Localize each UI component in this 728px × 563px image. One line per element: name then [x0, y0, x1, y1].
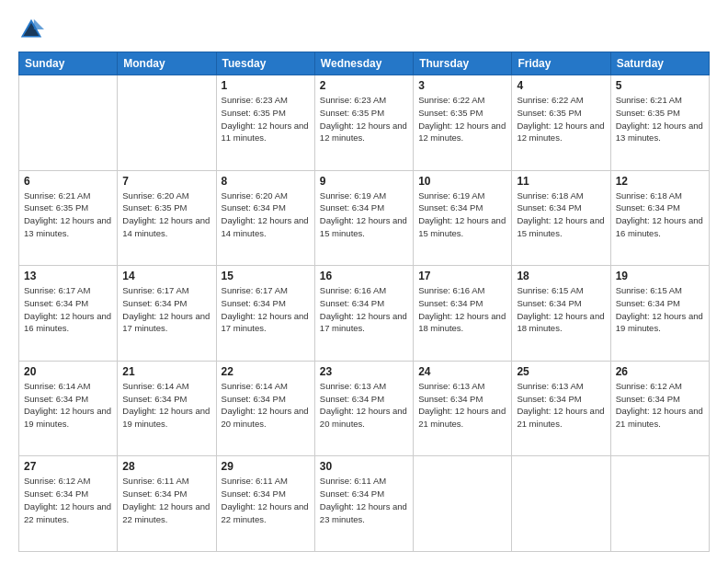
page: SundayMondayTuesdayWednesdayThursdayFrid… — [0, 0, 728, 563]
day-cell: 26Sunrise: 6:12 AM Sunset: 6:34 PM Dayli… — [610, 361, 709, 456]
day-number: 29 — [222, 460, 310, 473]
day-info: Sunrise: 6:11 AM Sunset: 6:34 PM Dayligh… — [320, 475, 408, 525]
day-info: Sunrise: 6:23 AM Sunset: 6:35 PM Dayligh… — [320, 94, 408, 144]
day-cell: 20Sunrise: 6:14 AM Sunset: 6:34 PM Dayli… — [19, 361, 118, 456]
week-row-5: 27Sunrise: 6:12 AM Sunset: 6:34 PM Dayli… — [19, 456, 710, 552]
day-info: Sunrise: 6:17 AM Sunset: 6:34 PM Dayligh… — [122, 284, 210, 335]
week-row-3: 13Sunrise: 6:17 AM Sunset: 6:34 PM Dayli… — [19, 266, 710, 362]
day-cell: 27Sunrise: 6:12 AM Sunset: 6:34 PM Dayli… — [19, 456, 118, 552]
day-number: 18 — [517, 270, 605, 282]
day-number: 30 — [320, 460, 408, 473]
day-cell: 22Sunrise: 6:14 AM Sunset: 6:34 PM Dayli… — [216, 361, 314, 456]
day-cell: 5Sunrise: 6:21 AM Sunset: 6:35 PM Daylig… — [610, 75, 709, 171]
day-number: 16 — [320, 270, 408, 282]
logo-icon — [18, 17, 44, 42]
day-info: Sunrise: 6:16 AM Sunset: 6:34 PM Dayligh… — [418, 284, 506, 335]
logo — [18, 17, 48, 42]
day-cell: 17Sunrise: 6:16 AM Sunset: 6:34 PM Dayli… — [414, 266, 512, 362]
day-number: 13 — [24, 270, 112, 282]
weekday-header-row: SundayMondayTuesdayWednesdayThursdayFrid… — [19, 52, 710, 75]
day-info: Sunrise: 6:17 AM Sunset: 6:34 PM Dayligh… — [222, 284, 310, 335]
svg-marker-2 — [34, 19, 44, 29]
day-cell: 2Sunrise: 6:23 AM Sunset: 6:35 PM Daylig… — [314, 75, 413, 171]
day-cell: 14Sunrise: 6:17 AM Sunset: 6:34 PM Dayli… — [118, 266, 216, 362]
day-cell — [118, 75, 216, 171]
day-info: Sunrise: 6:11 AM Sunset: 6:34 PM Dayligh… — [222, 475, 310, 525]
day-number: 8 — [222, 175, 310, 188]
weekday-friday: Friday — [512, 52, 610, 75]
day-cell: 15Sunrise: 6:17 AM Sunset: 6:34 PM Dayli… — [216, 266, 314, 362]
day-number: 14 — [122, 270, 210, 282]
day-number: 10 — [418, 175, 506, 188]
day-info: Sunrise: 6:18 AM Sunset: 6:34 PM Dayligh… — [517, 190, 605, 240]
day-info: Sunrise: 6:20 AM Sunset: 6:34 PM Dayligh… — [222, 190, 310, 240]
day-info: Sunrise: 6:14 AM Sunset: 6:34 PM Dayligh… — [122, 380, 210, 431]
day-info: Sunrise: 6:13 AM Sunset: 6:34 PM Dayligh… — [418, 380, 506, 431]
day-number: 3 — [418, 79, 506, 92]
day-number: 1 — [222, 79, 310, 92]
day-info: Sunrise: 6:14 AM Sunset: 6:34 PM Dayligh… — [24, 380, 112, 431]
calendar-table: SundayMondayTuesdayWednesdayThursdayFrid… — [18, 52, 710, 552]
day-cell: 21Sunrise: 6:14 AM Sunset: 6:34 PM Dayli… — [118, 361, 216, 456]
day-cell: 7Sunrise: 6:20 AM Sunset: 6:35 PM Daylig… — [118, 170, 216, 266]
day-cell: 9Sunrise: 6:19 AM Sunset: 6:34 PM Daylig… — [314, 170, 413, 266]
day-cell: 10Sunrise: 6:19 AM Sunset: 6:34 PM Dayli… — [414, 170, 512, 266]
day-info: Sunrise: 6:22 AM Sunset: 6:35 PM Dayligh… — [517, 94, 605, 144]
day-cell: 6Sunrise: 6:21 AM Sunset: 6:35 PM Daylig… — [19, 170, 118, 266]
day-cell: 4Sunrise: 6:22 AM Sunset: 6:35 PM Daylig… — [512, 75, 610, 171]
day-info: Sunrise: 6:21 AM Sunset: 6:35 PM Dayligh… — [24, 190, 112, 240]
day-number: 28 — [122, 460, 210, 473]
weekday-monday: Monday — [118, 52, 216, 75]
day-number: 6 — [24, 175, 112, 188]
day-info: Sunrise: 6:19 AM Sunset: 6:34 PM Dayligh… — [320, 190, 408, 240]
day-cell: 24Sunrise: 6:13 AM Sunset: 6:34 PM Dayli… — [414, 361, 512, 456]
day-cell — [610, 456, 709, 552]
day-cell: 8Sunrise: 6:20 AM Sunset: 6:34 PM Daylig… — [216, 170, 314, 266]
day-number: 23 — [320, 365, 408, 378]
day-cell: 3Sunrise: 6:22 AM Sunset: 6:35 PM Daylig… — [414, 75, 512, 171]
day-cell: 13Sunrise: 6:17 AM Sunset: 6:34 PM Dayli… — [19, 266, 118, 362]
day-info: Sunrise: 6:23 AM Sunset: 6:35 PM Dayligh… — [222, 94, 310, 144]
day-info: Sunrise: 6:12 AM Sunset: 6:34 PM Dayligh… — [616, 380, 704, 431]
week-row-2: 6Sunrise: 6:21 AM Sunset: 6:35 PM Daylig… — [19, 170, 710, 266]
day-info: Sunrise: 6:14 AM Sunset: 6:34 PM Dayligh… — [222, 380, 310, 431]
day-number: 2 — [320, 79, 408, 92]
day-cell — [19, 75, 118, 171]
day-info: Sunrise: 6:15 AM Sunset: 6:34 PM Dayligh… — [517, 284, 605, 335]
day-cell: 19Sunrise: 6:15 AM Sunset: 6:34 PM Dayli… — [610, 266, 709, 362]
day-cell — [414, 456, 512, 552]
day-cell: 1Sunrise: 6:23 AM Sunset: 6:35 PM Daylig… — [216, 75, 314, 171]
day-info: Sunrise: 6:12 AM Sunset: 6:34 PM Dayligh… — [24, 475, 112, 525]
day-info: Sunrise: 6:16 AM Sunset: 6:34 PM Dayligh… — [320, 284, 408, 335]
day-number: 4 — [517, 79, 605, 92]
day-info: Sunrise: 6:11 AM Sunset: 6:34 PM Dayligh… — [122, 475, 210, 525]
day-number: 12 — [616, 175, 704, 188]
day-number: 25 — [517, 365, 605, 378]
day-number: 26 — [616, 365, 704, 378]
day-info: Sunrise: 6:17 AM Sunset: 6:34 PM Dayligh… — [24, 284, 112, 335]
day-number: 7 — [122, 175, 210, 188]
day-info: Sunrise: 6:13 AM Sunset: 6:34 PM Dayligh… — [517, 380, 605, 431]
day-number: 11 — [517, 175, 605, 188]
day-cell: 29Sunrise: 6:11 AM Sunset: 6:34 PM Dayli… — [216, 456, 314, 552]
weekday-sunday: Sunday — [19, 52, 118, 75]
day-cell: 12Sunrise: 6:18 AM Sunset: 6:34 PM Dayli… — [610, 170, 709, 266]
week-row-1: 1Sunrise: 6:23 AM Sunset: 6:35 PM Daylig… — [19, 75, 710, 171]
day-cell — [512, 456, 610, 552]
weekday-saturday: Saturday — [610, 52, 709, 75]
day-number: 22 — [222, 365, 310, 378]
day-cell: 18Sunrise: 6:15 AM Sunset: 6:34 PM Dayli… — [512, 266, 610, 362]
day-info: Sunrise: 6:18 AM Sunset: 6:34 PM Dayligh… — [616, 190, 704, 240]
week-row-4: 20Sunrise: 6:14 AM Sunset: 6:34 PM Dayli… — [19, 361, 710, 456]
day-cell: 28Sunrise: 6:11 AM Sunset: 6:34 PM Dayli… — [118, 456, 216, 552]
day-cell: 11Sunrise: 6:18 AM Sunset: 6:34 PM Dayli… — [512, 170, 610, 266]
day-info: Sunrise: 6:13 AM Sunset: 6:34 PM Dayligh… — [320, 380, 408, 431]
day-number: 20 — [24, 365, 112, 378]
weekday-wednesday: Wednesday — [314, 52, 413, 75]
weekday-tuesday: Tuesday — [216, 52, 314, 75]
day-info: Sunrise: 6:15 AM Sunset: 6:34 PM Dayligh… — [616, 284, 704, 335]
day-cell: 23Sunrise: 6:13 AM Sunset: 6:34 PM Dayli… — [314, 361, 413, 456]
header — [18, 17, 710, 42]
day-number: 9 — [320, 175, 408, 188]
day-cell: 30Sunrise: 6:11 AM Sunset: 6:34 PM Dayli… — [314, 456, 413, 552]
